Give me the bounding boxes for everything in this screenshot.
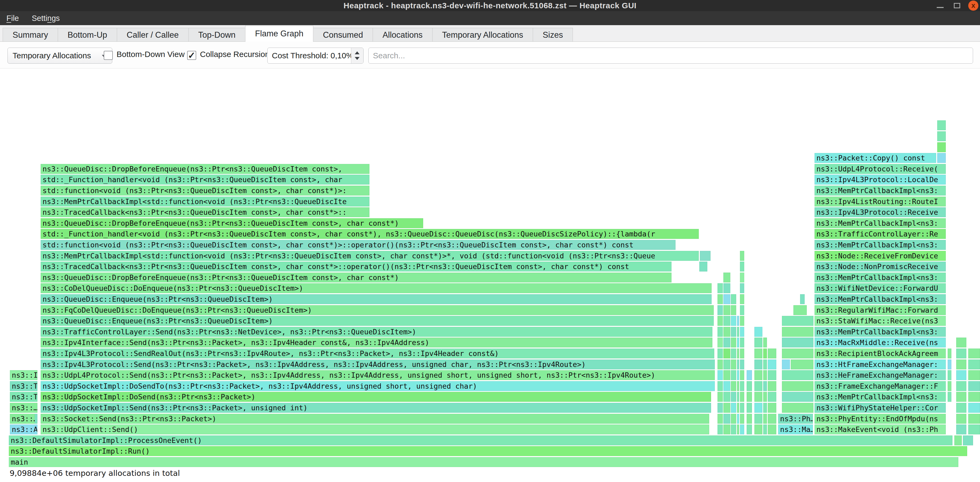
flame-bar[interactable]	[782, 381, 813, 391]
flame-bar[interactable]	[956, 338, 966, 348]
cost-type-combobox[interactable]: Temporary Allocations	[8, 48, 112, 64]
flame-bar[interactable]	[731, 392, 736, 402]
flame-bar[interactable]	[740, 392, 744, 402]
flame-bar[interactable]	[754, 359, 762, 369]
flame-bar[interactable]	[723, 403, 730, 413]
flame-bar[interactable]	[937, 142, 946, 152]
flame-bar[interactable]: ns3::Ph…	[778, 414, 813, 424]
flame-bar[interactable]	[763, 381, 767, 391]
search-input[interactable]	[368, 48, 973, 64]
flame-bar[interactable]	[782, 316, 813, 326]
flame-bar[interactable]	[768, 348, 776, 358]
menu-item-settings[interactable]: Settings	[25, 11, 66, 25]
flame-bar[interactable]	[731, 403, 736, 413]
flame-bar[interactable]	[35, 414, 37, 424]
flame-bar[interactable]: ns3::Ipv4L3Protocol::LocalDe	[815, 175, 946, 185]
cost-threshold-spinbox[interactable]: Cost Threshold: 0,10%	[267, 48, 364, 64]
flame-bar[interactable]: ns3::FqCoDelQueueDisc::DoEnqueue(ns3::Pt…	[41, 305, 714, 315]
flame-bar[interactable]	[731, 370, 736, 380]
flame-bar[interactable]	[700, 251, 711, 261]
flame-bar[interactable]: ns3::T	[10, 392, 37, 402]
flame-bar[interactable]	[740, 370, 744, 380]
flame-bar[interactable]	[955, 436, 962, 445]
flame-bar[interactable]	[763, 370, 767, 380]
flame-bar[interactable]	[948, 348, 951, 358]
flame-bar[interactable]	[968, 403, 980, 413]
flame-bar[interactable]	[937, 120, 946, 130]
flame-bar[interactable]: ns3::MemPtrCallbackImpl<std::function<vo…	[41, 196, 369, 206]
flame-bar[interactable]	[723, 316, 730, 326]
flame-bar[interactable]	[723, 294, 730, 304]
flame-bar[interactable]	[718, 414, 723, 424]
flame-bar[interactable]: ns3::Socket::Send(ns3::Ptr<ns3::Packet>)	[41, 414, 709, 424]
flame-bar[interactable]	[737, 327, 739, 337]
flame-bar[interactable]: std::_Function_handler<void (ns3::Ptr<ns…	[41, 229, 699, 239]
flame-bar[interactable]	[740, 294, 744, 304]
flame-bar[interactable]: ns3::UdpL4Protocol::Send(ns3::Ptr<ns3::P…	[41, 370, 715, 380]
flame-bar[interactable]	[956, 414, 966, 424]
flame-bar[interactable]	[737, 425, 739, 434]
flame-bar[interactable]: ns3::TracedCallback<ns3::Ptr<ns3::QueueD…	[41, 207, 369, 217]
flame-bar[interactable]	[968, 414, 980, 424]
flame-bar[interactable]: ns3::UdpClient::Send()	[41, 425, 709, 434]
flame-bar[interactable]	[718, 392, 723, 402]
flame-bar[interactable]	[791, 359, 813, 369]
flame-bar[interactable]	[718, 283, 723, 293]
flame-bar[interactable]	[956, 403, 966, 413]
flame-bar[interactable]: ns3::MemPtrCallbackImpl<std::function<vo…	[41, 251, 699, 261]
flame-bar[interactable]	[754, 327, 762, 337]
flame-bar[interactable]	[963, 436, 973, 445]
flame-bar[interactable]: ns3::PhyEntity::EndOfMpdu(ns	[815, 414, 946, 424]
tab-consumed[interactable]: Consumed	[313, 28, 373, 42]
flame-bar[interactable]	[968, 348, 980, 358]
flame-bar[interactable]	[782, 370, 813, 380]
flame-bar[interactable]	[768, 425, 776, 434]
flame-bar[interactable]: ns3::Ipv4ListRouting::RouteI	[815, 196, 946, 206]
flame-bar[interactable]	[723, 327, 730, 337]
flame-bar[interactable]	[740, 283, 744, 293]
flame-bar[interactable]	[754, 403, 762, 413]
flame-bar[interactable]: ns3::RecipientBlockAckAgreem	[815, 348, 946, 358]
flame-bar[interactable]	[737, 338, 739, 348]
spinner-buttons[interactable]	[351, 48, 363, 64]
flame-bar[interactable]	[768, 392, 776, 402]
flame-bar[interactable]	[740, 338, 744, 348]
flame-bar[interactable]	[747, 381, 752, 391]
tab-top-down[interactable]: Top-Down	[189, 28, 246, 42]
flame-bar[interactable]: ns3::Node::NonPromiscReceive	[815, 262, 946, 271]
flame-bar[interactable]	[763, 359, 767, 369]
tab-bottom-up[interactable]: Bottom-Up	[58, 28, 117, 42]
flame-bar[interactable]: std::function<void (ns3::Ptr<ns3::QueueD…	[41, 186, 369, 196]
flame-bar[interactable]	[747, 425, 752, 434]
flame-bar[interactable]: ns3::QueueDisc::DropBeforeEnqueue(ns3::P…	[41, 164, 369, 174]
menu-item-file[interactable]: File	[0, 11, 25, 25]
flame-bar[interactable]	[737, 316, 739, 326]
flame-bar[interactable]	[956, 370, 966, 380]
flame-bar[interactable]	[737, 381, 739, 391]
tab-caller-callee[interactable]: Caller / Callee	[117, 28, 189, 42]
flame-bar[interactable]	[768, 403, 776, 413]
flame-bar[interactable]: ns3::DefaultSimulatorImpl::Run()	[9, 446, 967, 456]
flame-bar[interactable]	[740, 305, 744, 315]
flame-bar[interactable]	[723, 392, 730, 402]
flame-bar[interactable]	[718, 316, 723, 326]
flame-bar[interactable]	[740, 251, 744, 261]
flame-bar[interactable]	[731, 381, 736, 391]
flame-bar[interactable]: ns3::Ipv4L3Protocol::Receive	[815, 207, 946, 217]
flame-bar[interactable]: ns3::TrafficControlLayer::Re	[815, 229, 946, 239]
flame-bar[interactable]: ns3::QueueDisc::DropBeforeEnqueue(ns3::P…	[41, 273, 671, 282]
flame-bar[interactable]	[768, 414, 776, 424]
flame-bar[interactable]: ns3::MemPtrCallbackImpl<ns3:	[815, 327, 946, 337]
close-button[interactable]: x	[968, 0, 980, 11]
flame-bar[interactable]	[731, 327, 736, 337]
flame-bar[interactable]: ns3::Packet::Copy() const	[815, 153, 936, 163]
flame-bar[interactable]	[718, 425, 723, 434]
maximize-button[interactable]	[951, 0, 964, 11]
flame-bar[interactable]: ns3::MemPtrCallbackImpl<ns3:	[815, 240, 946, 250]
tab-flame-graph[interactable]: Flame Graph	[245, 26, 313, 42]
flame-bar[interactable]	[723, 425, 730, 434]
flame-bar[interactable]	[737, 403, 739, 413]
flame-bar[interactable]: ns3::I	[10, 370, 37, 380]
flame-bar[interactable]: ns3::MemPtrCallbackImpl<ns3:	[815, 218, 946, 228]
flame-bar[interactable]	[718, 305, 723, 315]
